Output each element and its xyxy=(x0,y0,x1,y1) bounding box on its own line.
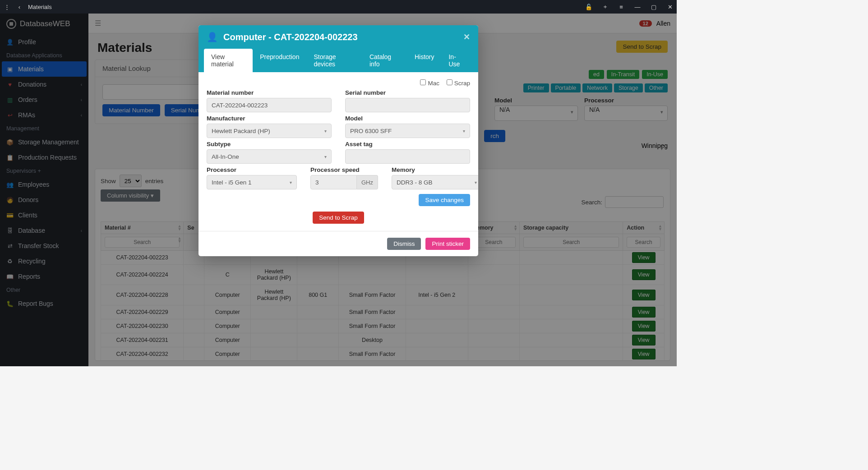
save-changes-button[interactable]: Save changes xyxy=(419,194,470,206)
serial-number-label: Serial number xyxy=(345,89,470,96)
subtype-value: All-In-One xyxy=(212,153,239,160)
material-number-label: Material number xyxy=(207,89,332,96)
scrap-checkbox[interactable] xyxy=(447,79,452,85)
close-icon[interactable]: ✕ xyxy=(463,32,470,42)
tab-preproduction[interactable]: Preproduction xyxy=(253,49,306,72)
tab-history[interactable]: History xyxy=(407,49,442,72)
processor-select[interactable]: Intel - i5 Gen 1 xyxy=(207,175,297,189)
memory-select[interactable]: DDR3 - 8 GB xyxy=(392,175,478,189)
subtype-select[interactable]: All-In-One xyxy=(207,149,332,164)
material-modal: 👤 Computer - CAT-202204-002223 ✕ View ma… xyxy=(199,25,478,256)
asset-tag-label: Asset tag xyxy=(345,141,470,147)
processor-label: Processor xyxy=(207,166,297,173)
close-window-icon[interactable]: ✕ xyxy=(666,4,674,10)
tab-catalog-info[interactable]: Catalog info xyxy=(362,49,407,72)
tab-in-use[interactable]: In-Use xyxy=(441,49,473,72)
modal-overlay: 👤 Computer - CAT-202204-002223 ✕ View ma… xyxy=(0,14,677,366)
manufacturer-select[interactable]: Hewlett Packard (HP) xyxy=(207,124,332,138)
manufacturer-value: Hewlett Packard (HP) xyxy=(212,128,270,134)
processor-speed-label: Processor speed xyxy=(310,166,378,173)
material-number-input[interactable] xyxy=(207,98,332,112)
user-icon: 👤 xyxy=(207,32,218,42)
tab-storage-devices[interactable]: Storage devices xyxy=(306,49,362,72)
model-label: Model xyxy=(345,115,470,122)
hamburger-icon[interactable]: ≡ xyxy=(617,4,625,10)
tab-view-material[interactable]: View material xyxy=(204,49,253,72)
maximize-icon[interactable]: ▢ xyxy=(650,4,658,10)
memory-value: DDR3 - 8 GB xyxy=(397,179,433,186)
subtype-label: Subtype xyxy=(207,141,332,147)
model-select[interactable]: PRO 6300 SFF xyxy=(345,124,470,138)
modal-tabs: View material Preproduction Storage devi… xyxy=(199,49,478,72)
plus-icon[interactable]: ＋ xyxy=(601,3,609,11)
minimize-icon[interactable]: — xyxy=(633,4,642,10)
modal-send-to-scrap-button[interactable]: Send to Scrap xyxy=(313,212,364,224)
mac-label: Mac xyxy=(428,80,439,87)
speed-unit: GHz xyxy=(357,175,378,189)
window-title: Materials xyxy=(28,4,52,10)
memory-label: Memory xyxy=(392,166,478,173)
serial-number-input[interactable] xyxy=(345,98,470,112)
lock-icon[interactable]: 🔓 xyxy=(585,4,593,10)
menu-dots-icon[interactable]: ⋮ xyxy=(3,4,11,10)
dismiss-button[interactable]: Dismiss xyxy=(387,238,421,250)
processor-value: Intel - i5 Gen 1 xyxy=(212,179,252,186)
model-value: PRO 6300 SFF xyxy=(350,128,392,134)
processor-speed-input[interactable] xyxy=(310,175,357,189)
back-icon[interactable]: ‹ xyxy=(15,4,23,10)
asset-tag-input[interactable] xyxy=(345,149,470,164)
manufacturer-label: Manufacturer xyxy=(207,115,332,122)
window-titlebar: ⋮ ‹ Materials 🔓 ＋ ≡ — ▢ ✕ xyxy=(0,0,677,14)
modal-title: Computer - CAT-202204-002223 xyxy=(223,32,358,42)
mac-checkbox[interactable] xyxy=(420,79,426,85)
print-sticker-button[interactable]: Print sticker xyxy=(425,238,470,250)
scrap-label: Scrap xyxy=(454,80,470,87)
